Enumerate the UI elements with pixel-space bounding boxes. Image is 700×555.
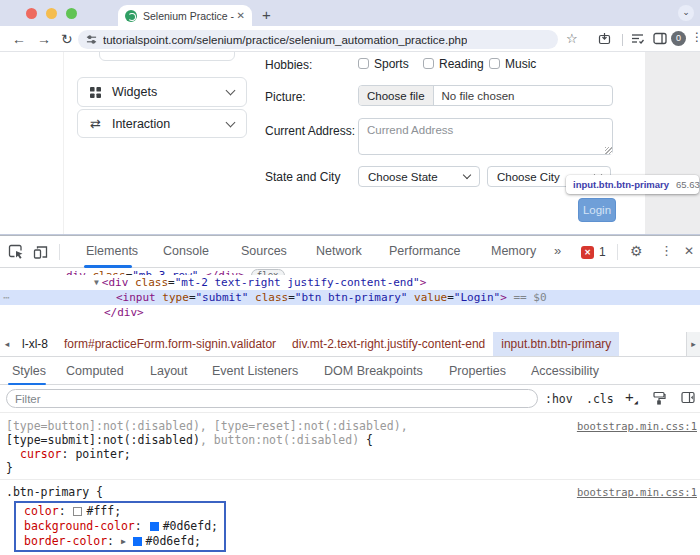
tab-event-listeners[interactable]: Event Listeners [212,364,298,378]
window-maximize-button[interactable] [66,8,77,19]
styles-filter-bar: :hov .cls +◢ [0,385,700,413]
computed-sidebar-toggle-icon[interactable] [681,391,695,404]
filter-input[interactable] [6,389,538,408]
browser-tabstrip: Selenium Practice - Student R ✕ + ⌄ [0,0,700,26]
devtools-close-icon[interactable]: ✕ [684,244,694,258]
checkbox-music-label: Music [505,57,536,71]
url-text: tutorialspoint.com/selenium/practice/sel… [103,34,467,46]
css-declaration-background-color[interactable]: background-color: #0d6efd; [24,519,218,534]
window-close-button[interactable] [26,8,37,19]
grid-icon [90,87,101,98]
swap-arrows-icon: ⇄ [90,116,101,131]
sidebar-item-widgets[interactable]: Widgets [77,77,247,107]
login-button[interactable]: Login [578,198,616,222]
css-selector-line[interactable]: [type=button]:not(:disabled), [type=rese… [6,419,408,433]
sidebar-item-label: Widgets [112,85,227,99]
inspect-tooltip: input.btn.btn-primary 65.63 × 38 [566,175,699,194]
file-input[interactable]: Choose file No file chosen [358,85,613,106]
tab-properties[interactable]: Properties [449,364,506,378]
forward-button[interactable]: → [37,31,51,47]
error-count[interactable]: 1 [599,245,606,259]
side-panel-icon[interactable] [653,32,667,45]
inspect-tooltip-selector: input.btn.btn-primary [573,179,669,190]
css-selector-line[interactable]: [type=submit]:not(:disabled), button:not… [6,433,373,447]
css-declaration[interactable]: cursor: pointer; [20,447,131,461]
browser-tab[interactable]: Selenium Practice - Student R ✕ [118,5,252,26]
chevron-down-icon [226,117,236,127]
window-minimize-button[interactable] [46,8,57,19]
inspect-element-button[interactable] [8,244,24,260]
tab-layout[interactable]: Layout [150,364,188,378]
back-button[interactable]: ← [12,31,26,47]
css-declaration-color[interactable]: color: #fff; [24,504,121,519]
state-select[interactable]: Choose State [358,166,480,187]
pseudo-state-button[interactable]: :hov [545,392,573,406]
tab-styles[interactable]: Styles [12,364,46,378]
dom-node-clipped[interactable]: div class="mb-3 row" </div>flex [0,268,700,275]
profile-avatar[interactable]: 0 [671,31,686,46]
breadcrumb-item[interactable]: form#practiceForm.form-signin.validator [56,332,284,356]
dom-node-div-close[interactable]: </div> [0,305,700,320]
browser-toolbar: ← → ↻ tutorialspoint.com/selenium/practi… [0,26,700,52]
checkbox-sports[interactable] [358,58,369,69]
breadcrumb-scroll-right-icon[interactable]: ▸ [686,332,700,356]
browser-menu-kebab-icon[interactable]: ⋮ [691,30,700,44]
tab-performance[interactable]: Performance [389,244,461,258]
devtools-panel: Elements Console Sources Network Perform… [0,235,700,555]
tab-close-icon[interactable]: ✕ [237,10,245,21]
breadcrumb-item[interactable]: l-xl-8 [14,332,56,356]
tab-search-button[interactable]: ⌄ [678,5,694,21]
new-style-rule-button[interactable]: +◢ [625,388,634,405]
stylesheet-link[interactable]: bootstrap.min.css:1 [577,419,697,433]
choose-file-button[interactable]: Choose file [359,86,434,105]
stylesheet-link[interactable]: bootstrap.min.css:1 [577,485,697,499]
error-badge-icon[interactable]: ✕ [581,246,594,259]
tab-sources[interactable]: Sources [241,244,287,258]
site-info-icon[interactable] [86,34,97,45]
devtools-toolbar: Elements Console Sources Network Perform… [0,236,700,268]
breadcrumb-item[interactable]: div.mt-2.text-right.justify-content-end [284,332,493,356]
address-bar[interactable]: tutorialspoint.com/selenium/practice/sel… [78,30,558,49]
breadcrumb-item-selected[interactable]: input.btn.btn-primary [493,332,619,356]
current-address-textarea[interactable] [358,118,613,155]
devtools-menu-kebab-icon[interactable]: ⋮ [660,243,673,258]
sidebar-item-label: Interaction [112,117,227,131]
sidebar-item-partial[interactable] [99,52,235,61]
checkbox-music[interactable] [489,58,500,69]
new-tab-button[interactable]: + [262,6,271,23]
settings-gear-icon[interactable]: ⚙ [630,243,643,259]
tab-dom-breakpoints[interactable]: DOM Breakpoints [324,364,423,378]
hidden-siblings-marker[interactable]: ⋯ [3,290,9,305]
sidebar-item-interaction[interactable]: ⇄ Interaction [77,109,247,138]
address-label: Current Address: [265,124,355,138]
bookmark-star-icon[interactable]: ☆ [566,31,578,46]
rule-separator [0,479,700,480]
elements-tree: div class="mb-3 row" </div>flex ▼<div cl… [0,268,700,332]
tab-elements[interactable]: Elements [86,244,138,258]
tab-computed[interactable]: Computed [66,364,124,378]
picture-label: Picture: [265,90,306,104]
tab-title: Selenium Practice - Student R [143,10,235,22]
reading-list-icon[interactable] [631,32,644,45]
device-toolbar-button[interactable] [33,244,49,260]
reload-button[interactable]: ↻ [61,31,73,47]
resize-grip[interactable] [605,147,612,154]
tab-memory[interactable]: Memory [491,244,536,258]
hobbies-label: Hobbies: [265,58,312,72]
more-tabs-button[interactable]: » [554,243,560,258]
tab-console[interactable]: Console [163,244,209,258]
breadcrumb-scroll-left-icon[interactable]: ◂ [0,332,14,356]
tab-accessibility[interactable]: Accessibility [531,364,599,378]
class-toggle-button[interactable]: .cls [586,392,614,406]
checkbox-sports-label: Sports [374,57,409,71]
dom-node-input-selected[interactable]: ⋯<input type="submit" class="btn btn-pri… [0,290,700,305]
css-rule-close: } [6,461,13,475]
share-icon[interactable] [598,32,611,45]
css-selector-line[interactable]: .btn-primary { [6,485,103,499]
tab-network[interactable]: Network [316,244,362,258]
css-declaration-border-color[interactable]: border-color: ▶ #0d6efd; [24,534,201,549]
toolbar-divider [622,34,623,46]
dom-node-div-open[interactable]: ▼<div class="mt-2 text-right justify-con… [0,275,700,290]
rendering-brush-icon[interactable] [652,391,666,405]
checkbox-reading[interactable] [423,58,434,69]
